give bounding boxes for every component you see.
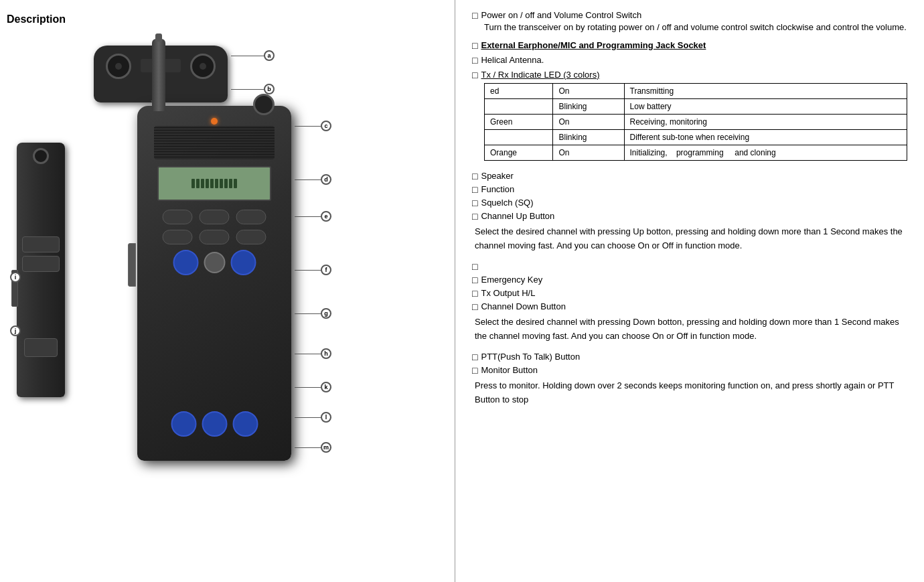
page-title: Description [7, 13, 448, 25]
led-state-3: On [553, 114, 624, 129]
connector-k: k [321, 382, 331, 392]
bullet-monitor: □ [472, 365, 477, 376]
led-desc-2: Low battery [624, 98, 907, 114]
bullet-function: □ [472, 184, 477, 195]
tx-output-label: Tx Output H/L [481, 288, 535, 299]
earphone-label: External Earphone/MIC and Programming Ja… [481, 40, 706, 51]
bullet-earphone: □ [472, 40, 477, 51]
table-row: Blinking Low battery [485, 98, 907, 114]
monitor-label: Monitor Button [481, 365, 538, 376]
led-desc-3: Receiving, monitoring [624, 114, 907, 129]
bullet-squelch: □ [472, 198, 477, 208]
connector-b: b [264, 84, 275, 94]
table-row: ed On Transmitting [485, 83, 907, 98]
channel-down-description: Select the desired channel with pressing… [472, 315, 907, 344]
bullet-channel-down: □ [472, 301, 477, 312]
connector-e: e [321, 211, 331, 222]
connector-g: g [321, 308, 331, 319]
bullet-led: □ [472, 70, 477, 80]
emergency-label: Emergency Key [481, 275, 542, 285]
power-description: Turn the transceiver on by rotating powe… [484, 21, 907, 35]
led-state-5: On [553, 145, 624, 160]
channel-up-label: Channel Up Button [481, 211, 554, 222]
connector-j: j [10, 325, 21, 336]
bullet-antenna: □ [472, 55, 477, 66]
led-table: ed On Transmitting Blinking Low battery … [484, 83, 907, 161]
connector-a: a [264, 50, 275, 61]
bullet-emergency: □ [472, 275, 477, 285]
led-desc-4: Different sub-tone when receiving [624, 129, 907, 145]
led-color-1: ed [485, 83, 553, 98]
monitor-description: Press to monitor. Holding down over 2 se… [472, 378, 907, 407]
right-panel: □ Power on / off and Volume Control Swit… [455, 0, 924, 582]
led-color-4 [485, 129, 553, 145]
connector-m: m [321, 442, 331, 453]
led-color-2 [485, 98, 553, 114]
ptt-label: PTT(Push To Talk) Button [481, 352, 580, 362]
connector-i: i [10, 272, 21, 283]
led-desc-5: Initializing, programming and cloning [624, 145, 907, 160]
function-label: Function [481, 184, 514, 195]
connector-f: f [321, 265, 331, 275]
led-color-5: Orange [485, 145, 553, 160]
left-panel: Description a [0, 0, 455, 582]
connector-d: d [321, 174, 331, 185]
led-state-1: On [553, 83, 624, 98]
power-label: Power on / off and Volume Control Switch [481, 10, 641, 21]
bullet-tx-output: □ [472, 288, 477, 299]
antenna-label: Helical Antenna. [481, 55, 544, 66]
connector-h: h [321, 348, 331, 359]
table-row: Blinking Different sub-tone when receivi… [485, 129, 907, 145]
table-row: Orange On Initializing, programming and … [485, 145, 907, 160]
speaker-label: Speaker [481, 171, 513, 181]
bullet-ptt: □ [472, 352, 477, 362]
channel-up-description: Select the desired channel with pressing… [472, 224, 907, 253]
bullet-blank: □ [472, 261, 477, 272]
led-state-4: Blinking [553, 129, 624, 145]
led-desc-1: Transmitting [624, 83, 907, 98]
bullet-power: □ [472, 10, 477, 21]
squelch-label: Squelch (SQ) [481, 198, 533, 208]
led-state-2: Blinking [553, 98, 624, 114]
channel-down-label: Channel Down Button [481, 301, 565, 312]
connector-c: c [321, 121, 331, 131]
led-color-3: Green [485, 114, 553, 129]
led-label: Tx / Rx Indicate LED (3 colors) [481, 70, 599, 80]
connector-l: l [321, 412, 331, 423]
table-row: Green On Receiving, monitoring [485, 114, 907, 129]
bullet-speaker: □ [472, 171, 477, 181]
bullet-channel-up: □ [472, 211, 477, 222]
device-illustration: a b i [7, 39, 448, 561]
